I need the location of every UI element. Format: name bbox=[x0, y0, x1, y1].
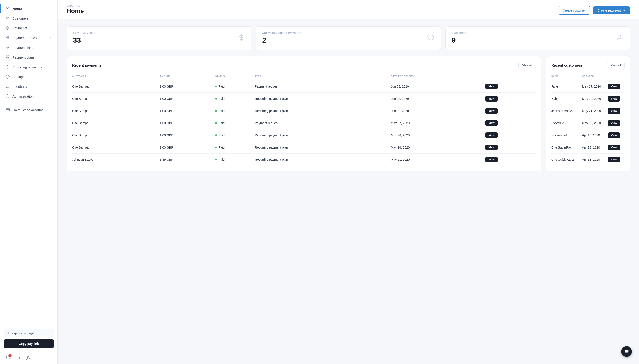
view-customer-button[interactable]: View bbox=[608, 108, 620, 114]
payment-type: Payment request bbox=[255, 80, 391, 93]
stat-customers: CUSTOMERS 9 bbox=[445, 26, 630, 50]
sidebar-item-administration[interactable]: Administration bbox=[0, 91, 58, 101]
table-row: Che SuperPay Apr 13, 2020 View bbox=[551, 142, 624, 154]
view-customer-button[interactable]: View bbox=[608, 132, 620, 138]
recent-customers-view-all-button[interactable]: View all bbox=[607, 62, 624, 69]
payment-type: Recurring payment plan bbox=[255, 154, 391, 166]
link-icon bbox=[5, 45, 10, 50]
stat-total-payments-label: TOTAL PAYMENTS bbox=[73, 32, 95, 34]
two-col-layout: Recent payments View all CUSTOMER AMOUNT… bbox=[67, 56, 630, 171]
col-status: STATUS bbox=[215, 74, 255, 80]
svg-point-8 bbox=[7, 76, 8, 77]
customer-action: View bbox=[608, 105, 624, 117]
svg-point-14 bbox=[618, 35, 620, 37]
sidebar-item-settings[interactable]: Settings bbox=[0, 72, 58, 82]
status-dot bbox=[215, 110, 217, 112]
payment-date: May 26, 2020 bbox=[391, 129, 485, 142]
view-payment-button[interactable]: View bbox=[485, 108, 498, 114]
view-customer-button[interactable]: View bbox=[608, 120, 620, 126]
chevron-down-icon bbox=[622, 9, 626, 12]
sidebar-label-payment-plans: Payment plans bbox=[13, 56, 52, 59]
copy-pay-link-button[interactable]: Copy pay link bbox=[4, 340, 54, 348]
payment-date: May 21, 2020 bbox=[391, 154, 485, 166]
view-customer-button[interactable]: View bbox=[608, 144, 620, 150]
sidebar-item-payment-requests[interactable]: Payment requests bbox=[0, 33, 58, 42]
sidebar-item-home[interactable]: Home bbox=[0, 4, 58, 13]
table-row: Che Sampat 1.00 GBP Paid Recurring payme… bbox=[72, 142, 536, 154]
customer-created: May 22, 2020 bbox=[582, 93, 608, 105]
recent-payments-view-all-button[interactable]: View all bbox=[518, 62, 536, 69]
chat-button[interactable] bbox=[621, 346, 632, 357]
customer-created: May 27, 2020 bbox=[582, 80, 608, 93]
sidebar-label-customers: Customers bbox=[13, 16, 52, 20]
payment-date: May 26, 2020 bbox=[391, 142, 485, 154]
sidebar-item-payment-links[interactable]: Payment links bbox=[0, 42, 58, 52]
customer-action: View bbox=[608, 142, 624, 154]
content-area: TOTAL PAYMENTS 33 ACTIVE RECURRING PAYME… bbox=[58, 19, 639, 364]
payment-action: View bbox=[485, 154, 536, 166]
payment-date: May 27, 2020 bbox=[391, 117, 485, 129]
chevron-down-icon bbox=[49, 36, 52, 40]
view-customer-button[interactable]: View bbox=[608, 96, 620, 102]
payment-status: Paid bbox=[215, 117, 255, 129]
sidebar-item-feedback[interactable]: Feedback bbox=[0, 82, 58, 91]
logout-button[interactable] bbox=[16, 356, 21, 360]
table-row: Che Sampat 1.00 GBP Paid Payment request… bbox=[72, 80, 536, 93]
main-area: SUPERPAY Home Create customer Create pay… bbox=[58, 0, 639, 364]
table-row: Steven Vu May 12, 2020 View bbox=[551, 117, 624, 129]
view-customer-button[interactable]: View bbox=[608, 157, 620, 162]
sidebar-label-payment-links: Payment links bbox=[13, 46, 52, 50]
view-payment-button[interactable]: View bbox=[485, 132, 498, 138]
payment-customer: Che Sampat bbox=[72, 80, 160, 93]
message-icon bbox=[5, 84, 10, 89]
view-payment-button[interactable]: View bbox=[485, 120, 498, 126]
dollar-icon bbox=[238, 34, 245, 42]
sidebar-label-feedback: Feedback bbox=[13, 85, 52, 88]
grid-icon bbox=[5, 55, 10, 60]
view-payment-button[interactable]: View bbox=[485, 157, 498, 162]
table-row: isis sampat Apr 13, 2020 View bbox=[551, 129, 624, 142]
home-icon bbox=[5, 6, 10, 11]
view-customer-button[interactable]: View bbox=[608, 84, 620, 89]
payment-amount: 1.00 GBP bbox=[160, 93, 215, 105]
credit-card-icon bbox=[5, 108, 10, 112]
customer-action: View bbox=[608, 117, 624, 129]
customer-name: Steven Vu bbox=[551, 117, 582, 129]
customer-action: View bbox=[608, 80, 624, 93]
sidebar-item-recurring-payments[interactable]: Recurring payments bbox=[0, 62, 58, 72]
create-payment-button[interactable]: Create payment bbox=[593, 6, 630, 14]
sidebar-label-settings: Settings bbox=[13, 75, 52, 79]
payment-action: View bbox=[485, 93, 536, 105]
status-dot bbox=[215, 146, 217, 148]
pay-link-input[interactable] bbox=[4, 329, 54, 337]
view-payment-button[interactable]: View bbox=[485, 96, 498, 102]
col-created: CREATED bbox=[582, 74, 608, 80]
profile-button[interactable] bbox=[26, 356, 31, 360]
stat-customers-value: 9 bbox=[452, 36, 467, 44]
sidebar-item-stripe[interactable]: Go to Stripe account bbox=[0, 105, 58, 114]
customer-action: View bbox=[608, 93, 624, 105]
customer-action: View bbox=[608, 129, 624, 142]
create-customer-button[interactable]: Create customer bbox=[558, 6, 590, 15]
payment-customer: Che Sampat bbox=[72, 142, 160, 154]
notifications-button[interactable]: 1 bbox=[5, 356, 10, 360]
sidebar-item-customers[interactable]: Customers bbox=[0, 13, 58, 23]
send-icon bbox=[5, 36, 10, 40]
view-payment-button[interactable]: View bbox=[485, 144, 498, 150]
svg-rect-9 bbox=[6, 108, 10, 111]
notification-badge: 1 bbox=[9, 354, 12, 357]
payment-amount: 1.00 GBP bbox=[160, 105, 215, 117]
header: SUPERPAY Home Create customer Create pay… bbox=[58, 0, 639, 19]
customer-name: Che SuperPay bbox=[551, 142, 582, 154]
sidebar-item-payment-plans[interactable]: Payment plans bbox=[0, 52, 58, 62]
users-icon bbox=[5, 16, 10, 20]
view-payment-button[interactable]: View bbox=[485, 84, 498, 89]
payment-amount: 1.00 GBP bbox=[160, 129, 215, 142]
payment-amount: 1.00 GBP bbox=[160, 80, 215, 93]
layers-icon bbox=[5, 26, 10, 30]
recent-customers-header: Recent customers View all bbox=[551, 62, 624, 69]
payment-type: Recurring payment plan bbox=[255, 93, 391, 105]
payment-customer: Che Sampat bbox=[72, 105, 160, 117]
sidebar-item-payments[interactable]: Payments bbox=[0, 23, 58, 33]
col-name: NAME bbox=[551, 74, 582, 80]
